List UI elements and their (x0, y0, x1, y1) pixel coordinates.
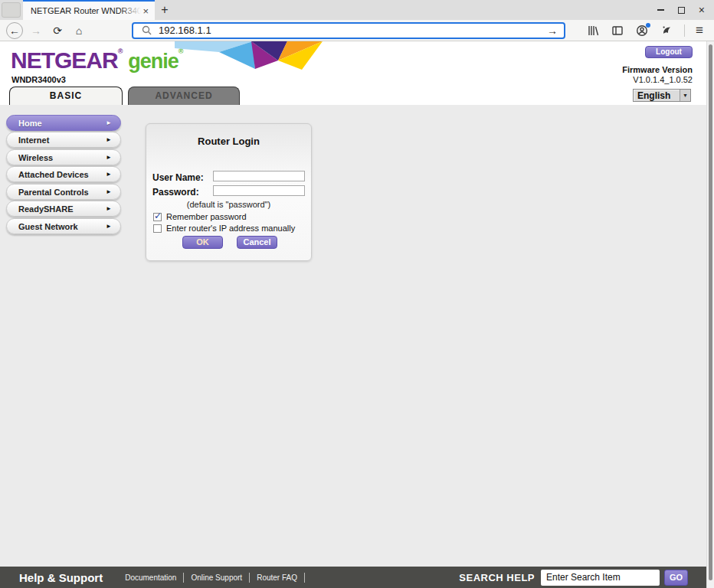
tab-advanced[interactable]: ADVANCED (128, 87, 240, 105)
check-icon: ✓ (154, 211, 162, 221)
password-field[interactable] (213, 185, 305, 196)
sidebar-item-readyshare[interactable]: ReadySHARE ► (6, 201, 121, 217)
go-button[interactable]: GO (664, 570, 688, 586)
search-help-label: SEARCH HELP (459, 572, 535, 583)
manual-ip-label: Enter router's IP address manually (166, 224, 295, 233)
sidebar-item-parental-controls[interactable]: Parental Controls ► (6, 184, 121, 200)
firmware-value: V1.0.1.4_1.0.52 (622, 75, 693, 85)
router-faq-link[interactable]: Router FAQ (250, 573, 304, 582)
url-go-icon[interactable]: → (547, 24, 558, 37)
arrow-right-icon: ► (106, 171, 112, 178)
sidebar-item-home[interactable]: Home ► (6, 115, 121, 131)
site-tab-row: BASIC ADVANCED English ▼ (0, 87, 714, 105)
tab-basic[interactable]: BASIC (9, 87, 123, 105)
arrow-right-icon: ► (106, 223, 112, 230)
sidebar-item-label: Wireless (18, 153, 53, 162)
toolbar-divider (684, 24, 685, 37)
router-model: WNDR3400v3 (11, 75, 66, 84)
browser-toolbar: ← → ⟳ ⌂ 192.168.1.1 → ≡ (0, 20, 714, 41)
toolbar-right-icons: ≡ (586, 23, 708, 38)
divider (304, 573, 305, 583)
sidebar-item-guest-network[interactable]: Guest Network ► (6, 218, 121, 234)
brand-netgear: NETGEAR (11, 47, 118, 73)
footer-search: SEARCH HELP GO (459, 570, 688, 586)
default-password-hint: (default is "password") (146, 200, 311, 209)
username-field[interactable] (213, 171, 305, 181)
sidebar-item-label: Home (18, 119, 42, 128)
sidebar-item-label: Internet (18, 136, 49, 145)
cancel-button[interactable]: Cancel (237, 236, 277, 249)
firmware-version-block: Firmware Version V1.0.1.4_1.0.52 (622, 65, 693, 84)
close-window-icon[interactable]: × (699, 5, 705, 15)
username-label: User Name: (152, 172, 204, 183)
browser-titlebar: NETGEAR Router WNDR340 × + × (0, 0, 714, 20)
sidebar-toggle-icon[interactable] (611, 24, 624, 38)
manual-ip-checkbox[interactable] (153, 224, 162, 233)
new-tab-button[interactable]: + (155, 0, 175, 20)
site-footer: Help & Support Documentation Online Supp… (0, 567, 714, 588)
registered-mark: ® (118, 47, 123, 55)
titlebar-button[interactable] (2, 2, 21, 18)
url-text[interactable]: 192.168.1.1 (159, 24, 211, 36)
page-netgear-genie: NETGEAR®genie® Logout Firmware Version V… (0, 41, 714, 588)
home-button[interactable]: ⌂ (70, 22, 87, 39)
tab-title: NETGEAR Router WNDR340 (31, 6, 141, 15)
arrow-right-icon: ► (106, 188, 112, 195)
main-content: Home ► Internet ► Wireless ► Attached De… (0, 105, 714, 567)
window-controls: × (657, 0, 714, 20)
reload-button[interactable]: ⟳ (49, 22, 66, 39)
sidebar-item-label: ReadySHARE (18, 204, 74, 214)
panel-title: Router Login (146, 136, 311, 147)
logout-button[interactable]: Logout (645, 46, 693, 58)
account-badge (646, 23, 650, 28)
documentation-link[interactable]: Documentation (118, 573, 183, 582)
tab-close-icon[interactable]: × (141, 5, 150, 17)
arrow-right-icon: ► (106, 136, 112, 143)
sidebar-item-label: Guest Network (18, 222, 78, 231)
arrow-right-icon: ► (106, 154, 112, 161)
arrow-right-icon: ► (106, 119, 112, 126)
remember-password-checkbox[interactable]: ✓ (153, 213, 162, 221)
brand-genie: genie (128, 50, 178, 73)
language-select[interactable]: English ▼ (633, 89, 691, 102)
forward-button[interactable]: → (28, 22, 44, 39)
help-support-title: Help & Support (19, 571, 103, 584)
sidebar-item-wireless[interactable]: Wireless ► (6, 149, 121, 165)
library-icon[interactable] (586, 24, 600, 38)
remember-password-row: ✓ Remember password (153, 212, 247, 221)
decorative-triangles (175, 41, 323, 70)
sidebar-item-label: Parental Controls (18, 188, 89, 197)
search-icon (139, 24, 153, 38)
sidebar-item-label: Attached Devices (18, 170, 89, 179)
language-value: English (634, 90, 680, 101)
online-support-link[interactable]: Online Support (184, 573, 249, 582)
netgear-genie-logo: NETGEAR®genie® (11, 47, 184, 74)
minimize-icon[interactable] (657, 9, 664, 11)
url-bar[interactable]: 192.168.1.1 → (132, 22, 565, 39)
site-header: NETGEAR®genie® Logout Firmware Version V… (0, 41, 714, 87)
account-icon[interactable] (635, 24, 649, 38)
manual-ip-row: Enter router's IP address manually (153, 224, 295, 233)
footer-links: Documentation Online Support Router FAQ (118, 573, 305, 583)
back-button[interactable]: ← (6, 22, 23, 39)
remember-password-label: Remember password (166, 212, 247, 221)
ok-button[interactable]: OK (182, 236, 223, 249)
chevron-down-icon[interactable]: ▼ (680, 90, 690, 101)
sidebar-item-internet[interactable]: Internet ► (6, 132, 121, 148)
menu-icon[interactable]: ≡ (696, 23, 703, 38)
maximize-icon[interactable] (678, 7, 685, 14)
password-label: Password: (152, 187, 199, 198)
browser-tab[interactable]: NETGEAR Router WNDR340 × (23, 0, 155, 20)
extension-icon[interactable] (660, 24, 673, 38)
router-login-panel: Router Login User Name: Password: (defau… (146, 123, 312, 261)
firmware-label: Firmware Version (622, 65, 693, 75)
sidebar-item-attached-devices[interactable]: Attached Devices ► (6, 166, 121, 182)
arrow-right-icon: ► (106, 205, 112, 212)
page-scrollbar[interactable] (706, 41, 714, 588)
scrollbar-thumb[interactable] (709, 44, 712, 580)
help-search-input[interactable] (541, 570, 660, 586)
